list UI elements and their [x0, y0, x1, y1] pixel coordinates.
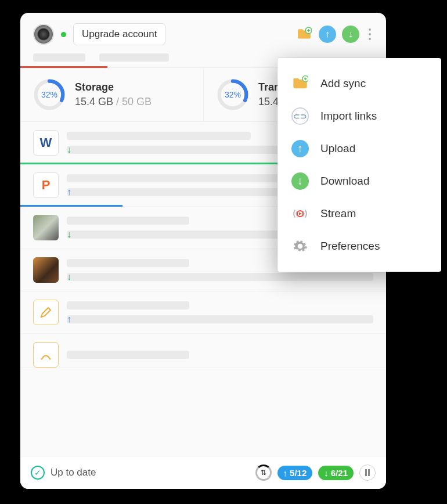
menu-add-sync[interactable]: Add sync	[277, 67, 441, 100]
file-name-placeholder	[67, 132, 251, 140]
arrow-down-icon: ↓	[67, 145, 71, 155]
status-dot	[61, 32, 66, 37]
note-file-icon	[33, 342, 59, 368]
storage-percent: 32%	[33, 78, 66, 111]
footer: ✓ Up to date ↑ 5/12 ↓ 6/21	[20, 456, 386, 489]
arrow-down-icon: ↓	[67, 229, 71, 240]
arrow-up-icon: ↑	[67, 314, 71, 325]
sync-status-label: Up to date	[51, 467, 96, 478]
menu-upload[interactable]: ↑ Upload	[277, 132, 441, 165]
storage-total: 50 GB	[122, 96, 152, 107]
add-sync-folder-icon[interactable]	[295, 26, 313, 43]
transfer-ring: 32%	[217, 78, 249, 111]
arrow-up-icon: ↑	[67, 187, 71, 197]
file-name-placeholder	[67, 174, 282, 182]
file-item[interactable]	[20, 334, 386, 368]
image-file-icon	[33, 257, 59, 283]
download-icon: ↓	[291, 172, 309, 190]
more-menu-icon[interactable]	[365, 26, 374, 42]
storage-stat: 32% Storage 15.4 GB / 50 GB	[20, 68, 203, 121]
download-icon[interactable]: ↓	[342, 26, 359, 43]
tab-item[interactable]	[99, 53, 169, 62]
header: Upgrade account ↑ ↓	[20, 13, 386, 53]
folder-sync-icon	[291, 75, 309, 92]
arrow-down-icon: ↓	[324, 468, 329, 478]
avatar[interactable]	[33, 24, 54, 45]
menu-import-links[interactable]: ⊂⊃ Import links	[277, 100, 441, 132]
arrow-down-icon: ↓	[67, 272, 71, 282]
file-name-placeholder	[67, 301, 189, 309]
file-name-placeholder	[67, 217, 189, 225]
upload-icon[interactable]: ↑	[319, 26, 336, 43]
pause-button[interactable]	[359, 465, 376, 481]
file-item[interactable]: ↑	[20, 291, 386, 334]
upload-icon: ↑	[291, 140, 309, 157]
storage-title: Storage	[75, 81, 152, 93]
menu-label: Add sync	[320, 77, 366, 90]
menu-stream[interactable]: Stream	[277, 197, 441, 230]
transfer-percent: 32%	[217, 78, 249, 111]
word-file-icon: W	[33, 130, 59, 156]
gear-icon	[291, 237, 309, 255]
arrow-up-icon: ↑	[283, 468, 288, 478]
note-file-icon	[33, 300, 59, 325]
stream-icon	[291, 205, 309, 222]
tab-item[interactable]	[33, 53, 85, 62]
upload-counter-value: 5/12	[290, 468, 307, 478]
active-tab-indicator	[20, 66, 107, 68]
storage-ring: 32%	[33, 78, 66, 111]
download-counter-value: 6/21	[331, 468, 348, 478]
menu-label: Import links	[320, 110, 377, 123]
menu-label: Preferences	[320, 240, 380, 253]
check-circle-icon: ✓	[31, 466, 45, 480]
menu-label: Download	[320, 175, 370, 188]
upgrade-account-button[interactable]: Upgrade account	[73, 23, 165, 45]
header-actions: ↑ ↓	[295, 26, 374, 43]
actions-dropdown: Add sync ⊂⊃ Import links ↑ Upload ↓ Down…	[277, 58, 441, 272]
download-counter-pill[interactable]: ↓ 6/21	[318, 466, 354, 480]
menu-download[interactable]: ↓ Download	[277, 165, 441, 197]
menu-preferences[interactable]: Preferences	[277, 230, 441, 262]
upload-counter-pill[interactable]: ↑ 5/12	[277, 466, 313, 480]
storage-amount: 15.4 GB / 50 GB	[75, 96, 152, 108]
menu-label: Upload	[320, 142, 355, 155]
transfer-used: 15.4	[258, 96, 279, 107]
link-icon: ⊂⊃	[291, 107, 309, 125]
file-name-placeholder	[67, 351, 189, 359]
storage-used: 15.4 GB	[75, 96, 113, 107]
powerpoint-file-icon: P	[33, 172, 59, 198]
file-name-placeholder	[67, 259, 189, 267]
menu-label: Stream	[320, 207, 356, 220]
image-file-icon	[33, 215, 59, 240]
sync-spinner-icon[interactable]	[255, 465, 272, 481]
